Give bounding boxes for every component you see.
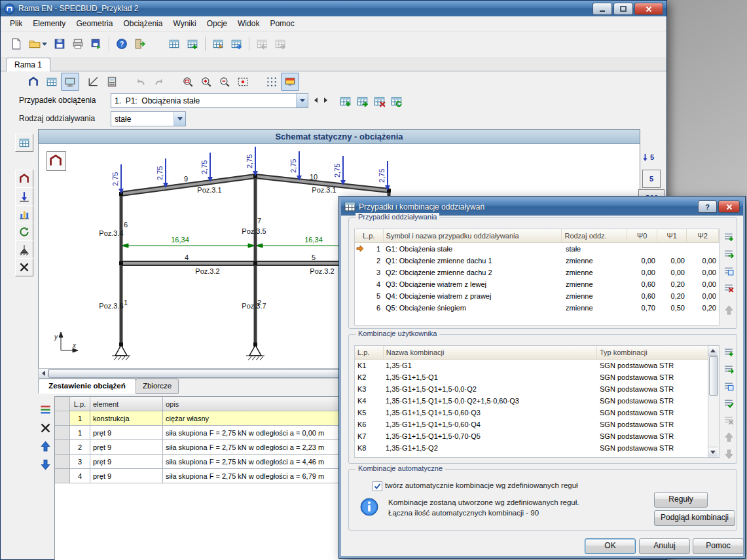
menu-plik[interactable]: Plik [5,18,27,29]
frame-view-button[interactable] [24,73,43,91]
table-prev-button[interactable] [253,35,271,53]
table-row[interactable]: K61,35·G1+1,5·Q1+1,5·0,60·Q4SGN podstawo… [355,419,708,430]
sections-button[interactable] [43,73,61,91]
loads-list-button[interactable] [36,400,54,419]
cancel-button[interactable]: Anuluj [639,538,690,554]
menu-opcje[interactable]: Opcje [202,18,232,29]
combobox-dropdown-icon[interactable] [173,112,185,126]
dlg-duplicate-combo-button[interactable] [721,378,737,394]
move-load-up-button[interactable] [36,437,54,455]
delete-case-button[interactable] [370,92,388,110]
dlg-move-combo-down-button[interactable] [721,446,737,462]
table-copy-button[interactable] [165,35,183,53]
menu-pomoc[interactable]: Pomoc [264,18,299,29]
numbering-button[interactable]: 5 [642,170,661,188]
exit-button[interactable] [131,35,149,53]
table-import-button[interactable] [227,35,246,53]
close-button[interactable] [634,3,663,15]
menu-elementy[interactable]: Elementy [27,18,71,29]
save-button[interactable] [50,35,69,53]
rules-button[interactable]: Reguły [654,492,708,508]
load-case-combobox[interactable]: 1. P1: Obciążenia stałe [111,93,308,108]
auto-combinations-checkbox-label[interactable]: twórz automatycznie kombinacje wg zdefin… [385,481,578,489]
table-row[interactable]: K11,35·G1SGN podstawowa STR [355,360,708,371]
dlg-check-combo-button[interactable] [721,395,737,411]
dlg-add-case-button[interactable] [721,229,737,244]
auto-combinations-checkbox[interactable] [373,481,382,491]
copy-case-button[interactable] [353,92,371,110]
rotate-view-button[interactable] [15,223,33,241]
loads-button[interactable] [15,187,33,206]
dlg-insert-combo-button[interactable] [721,361,737,377]
undo-button[interactable] [132,73,150,91]
zoom-out-button[interactable] [215,73,234,91]
menu-wyniki[interactable]: Wyniki [168,18,201,29]
move-load-down-button[interactable] [36,455,54,474]
frame-button[interactable] [15,170,33,188]
dlg-move-case-up-button[interactable] [721,302,737,318]
table-row[interactable]: K21,35·G1+1,5·Q1SGN podstawowa STR [355,371,708,383]
table-row[interactable]: K71,35·G1+1,5·Q1+1,5·0,70·Q5SGN podstawo… [355,430,708,442]
report-button[interactable] [15,134,33,152]
scroll-up-icon[interactable] [708,346,718,356]
table-row[interactable]: K81,35·G1+1,5·Q2SGN podstawowa STR [355,442,708,454]
table-edit-button[interactable] [209,35,227,53]
combobox-dropdown-icon[interactable] [296,94,308,107]
table-row[interactable]: 1 G1: Obciążenia stałe stałe [355,243,719,255]
results-chart-button[interactable] [15,205,33,223]
element-delete-button[interactable] [15,258,33,276]
dlg-duplicate-case-button[interactable] [721,263,737,278]
dlg-delete-case-button[interactable] [721,280,737,295]
tab-rama-1[interactable]: Rama 1 [6,58,50,71]
zoom-window-button[interactable] [179,73,197,91]
combinations-scrollbar[interactable] [708,345,720,458]
menu-obciazenia[interactable]: Obciążenia [118,18,168,29]
dialog-close-button[interactable] [718,200,740,213]
dimensions-button[interactable] [84,73,103,91]
table-add-button[interactable] [183,35,202,53]
minimize-button[interactable] [592,3,612,15]
menu-widok[interactable]: Widok [232,18,264,29]
menu-geometria[interactable]: Geometria [71,18,118,29]
open-file-button[interactable] [26,35,50,53]
scroll-down-icon[interactable] [708,447,718,457]
ok-button[interactable]: OK [585,538,636,554]
export-button[interactable] [87,35,105,53]
add-case-button[interactable] [336,92,354,110]
zoom-in-button[interactable] [197,73,215,91]
new-file-button[interactable] [7,35,26,53]
dlg-move-combo-up-button[interactable] [721,429,737,445]
scrollbar-thumb[interactable] [709,356,718,396]
tab-zbiorcze[interactable]: Zbiorcze [136,379,179,394]
renumber-cases-button[interactable] [387,92,405,110]
next-case-button[interactable] [321,93,330,107]
table-row[interactable]: K51,35·G1+1,5·Q1+1,5·0,60·Q3SGN podstawo… [355,407,708,419]
load-scale-button[interactable]: 5 [641,147,659,167]
main-titlebar[interactable]: Rama EN - SPECBUD_Przyklad 2 [1,1,666,17]
table-row[interactable]: K41,35·G1+1,5·Q1+1,5·0,0·Q2+1,5·0,60·Q3S… [355,395,708,407]
table-next-button[interactable] [271,35,289,53]
table-row[interactable]: K31,35·G1+1,5·Q1+1,5·0,0·Q2SGN podstawow… [355,383,708,395]
table-row[interactable]: 2 Q1: Obciążenie zmienne dachu 1 zmienne… [355,255,719,267]
dlg-add-combo-button[interactable] [721,344,737,360]
redo-button[interactable] [150,73,168,91]
maximize-button[interactable] [613,3,633,15]
scroll-left-icon[interactable] [39,369,48,378]
print-button[interactable] [69,35,87,53]
table-row[interactable]: 4 Q3: Obciążenie wiatrem z lewej zmienne… [355,278,719,290]
dialog-help-button[interactable]: ? [698,200,717,213]
help-dialog-button[interactable]: Pomoc [693,538,744,554]
dlg-insert-case-button[interactable] [721,246,737,261]
supports-button[interactable] [15,240,33,259]
load-type-combobox[interactable]: stałe [111,111,186,126]
help-button[interactable]: ? [113,35,131,53]
zoom-extents-button[interactable] [234,73,252,91]
preview-combinations-button[interactable]: Podgląd kombinacji [654,510,735,526]
tab-zestawienie-obciazen[interactable]: Zestawienie obciążeń [38,379,136,394]
dlg-delete-combo-button[interactable] [721,412,737,428]
delete-load-button[interactable] [36,419,54,437]
table-row[interactable]: 6 Q5: Obciążenie śniegiem zmienne 0,70 0… [355,302,719,314]
prev-case-button[interactable] [311,93,320,107]
calculator-button[interactable] [103,73,121,91]
grid-button[interactable] [263,73,281,91]
